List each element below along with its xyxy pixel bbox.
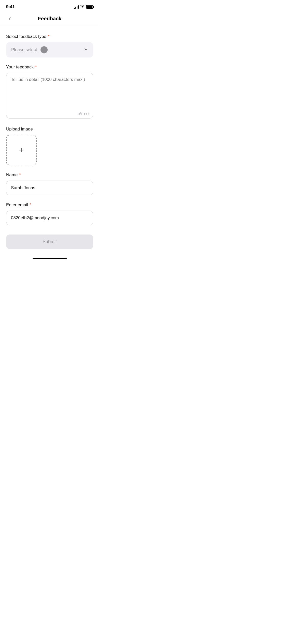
email-input[interactable] bbox=[6, 211, 93, 225]
home-indicator bbox=[0, 255, 99, 261]
feedback-type-label: Select feedback type * bbox=[6, 34, 93, 39]
char-count: 0/1000 bbox=[78, 112, 89, 116]
dropdown-dot bbox=[40, 46, 48, 53]
battery-icon bbox=[86, 5, 93, 9]
name-input[interactable] bbox=[6, 181, 93, 195]
plus-icon: + bbox=[19, 146, 24, 154]
submit-button[interactable]: Submit bbox=[6, 235, 93, 249]
required-star-3: * bbox=[19, 172, 21, 178]
upload-image-field: Upload image + bbox=[6, 127, 93, 165]
email-label: Enter email * bbox=[6, 202, 93, 208]
feedback-field: Your feedback * 0/1000 bbox=[6, 65, 93, 120]
feedback-type-dropdown[interactable]: Please select bbox=[6, 42, 93, 57]
nav-header: Feedback bbox=[0, 13, 99, 26]
upload-label: Upload image bbox=[6, 127, 93, 132]
signal-icon bbox=[74, 5, 79, 9]
required-star-4: * bbox=[30, 202, 31, 208]
textarea-wrapper: 0/1000 bbox=[6, 73, 93, 120]
feedback-label: Your feedback * bbox=[6, 65, 93, 70]
feedback-type-field: Select feedback type * Please select bbox=[6, 34, 93, 57]
form-content: Select feedback type * Please select You… bbox=[0, 26, 99, 255]
chevron-down-icon bbox=[84, 47, 88, 53]
page-title: Feedback bbox=[38, 16, 61, 22]
status-bar: 9:41 bbox=[0, 0, 99, 13]
name-field: Name * bbox=[6, 172, 93, 195]
back-button[interactable] bbox=[6, 15, 13, 22]
home-bar bbox=[33, 258, 67, 259]
status-icons bbox=[74, 5, 93, 9]
required-star-2: * bbox=[35, 65, 37, 70]
feedback-textarea[interactable] bbox=[6, 73, 93, 119]
required-star: * bbox=[48, 34, 50, 39]
status-time: 9:41 bbox=[6, 4, 15, 9]
dropdown-placeholder: Please select bbox=[11, 47, 37, 52]
name-label: Name * bbox=[6, 172, 93, 178]
upload-box[interactable]: + bbox=[6, 135, 37, 165]
wifi-icon bbox=[80, 5, 85, 9]
email-field: Enter email * bbox=[6, 202, 93, 225]
